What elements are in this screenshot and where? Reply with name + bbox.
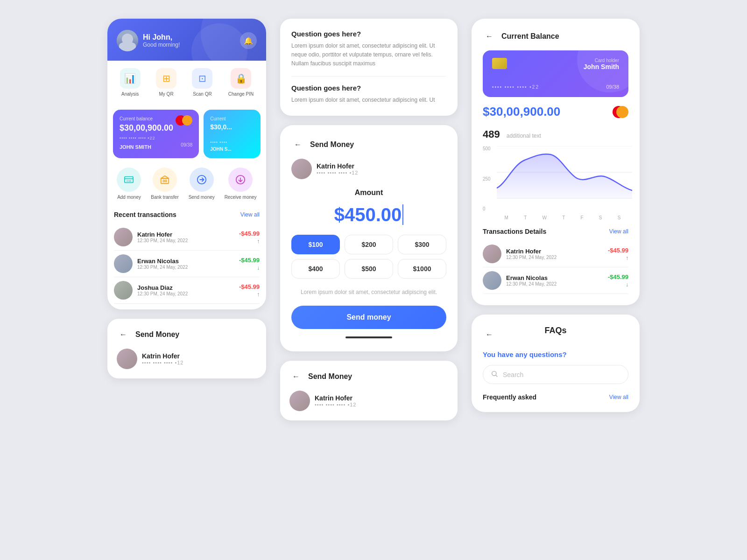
faqs-bottom-card: ← FAQs You have any questions? Search Fr…: [472, 315, 640, 412]
balance-card-number: •••• •••• •••• •22: [120, 136, 192, 140]
svg-point-9: [492, 371, 496, 376]
svg-rect-3: [165, 180, 167, 182]
myqr-icon: ⊞: [156, 68, 176, 89]
chart-y-500: 500: [483, 146, 491, 151]
amount-label: Amount: [291, 189, 446, 197]
preset-500[interactable]: $500: [345, 259, 393, 279]
detail-txn-amount-2: -$45.99: [608, 273, 628, 280]
current-balance-card: ← Current Balance Card holder John Smith…: [472, 19, 640, 305]
send-money-small-back[interactable]: ←: [117, 328, 130, 341]
mastercard-logo: [176, 115, 192, 127]
balance-amount: $30,00,900.00: [120, 123, 173, 133]
faqs-back-btn[interactable]: ←: [483, 328, 496, 341]
card-holder-name: John Smith: [584, 63, 619, 70]
svg-rect-1: [161, 178, 169, 183]
notification-button[interactable]: 🔔: [240, 32, 257, 49]
send-money-large-back[interactable]: ←: [291, 138, 304, 151]
chart-x-s2: S: [618, 215, 621, 220]
preset-300[interactable]: $300: [398, 235, 446, 254]
qa-changepin[interactable]: 🔒 Change PIN: [228, 68, 254, 97]
search-box[interactable]: Search: [483, 365, 628, 384]
send-money-button[interactable]: Send money: [291, 306, 446, 329]
txn-item: Erwan Nicolas 12:30 PM, 24 May, 2022 -$4…: [114, 251, 260, 277]
svg-rect-2: [163, 180, 164, 182]
user-avatar: [117, 30, 138, 51]
send-money-large-card: ← Send Money Katrin Hofer •••• •••• ••••…: [280, 125, 458, 351]
mastercard-logo-main: [613, 106, 628, 120]
preset-1000[interactable]: $1000: [398, 259, 446, 279]
credit-card-visual: Card holder John Smith •••• •••• •••• •2…: [483, 50, 628, 97]
send-money-small-card: ← Send Money Katrin Hofer •••• •••• ••••…: [107, 319, 266, 378]
balance-name2: JOHN S...: [210, 147, 254, 152]
txn-name-3: Joshua Diaz: [137, 284, 234, 291]
svc-send-money[interactable]: Send money: [189, 168, 215, 200]
quick-actions-row: 📊 Analysis ⊞ My QR ⊡ Scan QR 🔒 Change PI…: [107, 61, 266, 104]
faq-question-2: Question goes here?: [291, 84, 446, 92]
send-money-bottom-card: ← Send Money Katrin Hofer •••• •••• ••••…: [280, 361, 458, 420]
detail-txn-amount-1: -$45.99: [608, 247, 628, 254]
svc-receive-money[interactable]: Receive money: [225, 168, 257, 200]
app-header: Hi John, Good morning! 🔔: [107, 19, 266, 61]
recipient-card-small: •••• •••• •••• •12: [142, 360, 183, 365]
faqs-subtitle: You have any questions?: [483, 350, 628, 358]
balance-label2: Current: [210, 116, 254, 121]
search-placeholder: Search: [503, 371, 523, 378]
detail-txn-item-1: Katrin Hofer 12:30 PM, 24 May, 2022 -$45…: [483, 241, 628, 267]
svc-bank-transfer[interactable]: Bank transfer: [151, 168, 178, 200]
detail-txn-arrow-1: ↑: [608, 255, 628, 261]
qa-analysis[interactable]: 📊 Analysis: [120, 68, 141, 97]
faqs-view-all[interactable]: View all: [609, 394, 628, 400]
card-chip: [492, 58, 507, 69]
svc-add-money-label: Add money: [117, 195, 141, 200]
balance-card-secondary[interactable]: Current $30,0... •••• •••• JOHN S...: [204, 110, 261, 158]
add-money-icon: [117, 168, 141, 192]
recent-txn-view-all[interactable]: View all: [240, 211, 260, 218]
recipient-name-bottom: Katrin Hofer: [315, 394, 356, 402]
svc-add-money[interactable]: Add money: [117, 168, 141, 200]
balance-card-expiry: 09/38: [181, 142, 192, 150]
txn-date-1: 12:30 PM, 24 May, 2022: [137, 238, 234, 243]
analysis-icon: 📊: [120, 68, 141, 89]
svc-send-money-label: Send money: [189, 195, 215, 200]
send-money-bottom-back[interactable]: ←: [289, 370, 303, 383]
balance-label: Current balance: [120, 116, 173, 121]
bottom-pill: [345, 336, 392, 338]
txn-details-view-all[interactable]: View all: [609, 228, 628, 235]
balance-card-primary[interactable]: Current balance $30,00,900.00 •••• •••• …: [113, 110, 199, 158]
qa-scanqr-label: Scan QR: [193, 91, 212, 97]
chart-y-250: 250: [483, 176, 491, 182]
current-balance-back[interactable]: ←: [483, 30, 496, 43]
preset-100[interactable]: $100: [291, 235, 340, 254]
chart-y-0: 0: [483, 206, 491, 211]
txn-amount-2: -$45.99: [239, 257, 260, 264]
detail-avatar-1: [483, 245, 501, 263]
send-money-note: Lorem ipsum dolor sit amet, consectetur …: [291, 288, 446, 296]
bank-transfer-icon: [153, 168, 177, 192]
detail-txn-arrow-2: ↓: [608, 281, 628, 288]
receive-money-icon: [228, 168, 253, 192]
txn-details-section: Transactions Details View all Katrin Hof…: [483, 228, 628, 294]
freq-asked-header: Frequently asked View all: [483, 393, 628, 401]
send-money-small-title: Send Money: [135, 330, 179, 339]
preset-200[interactable]: $200: [345, 235, 393, 254]
user-greeting-sub: Good morning!: [143, 42, 180, 48]
txn-avatar-3: [114, 281, 133, 300]
search-icon: [491, 370, 498, 379]
recipient-avatar-bottom: [289, 391, 310, 411]
balance-card-number2: •••• ••••: [210, 140, 254, 145]
svc-receive-money-label: Receive money: [225, 195, 257, 200]
amount-cursor: [402, 204, 403, 225]
svc-bank-transfer-label: Bank transfer: [151, 195, 178, 200]
current-balance-title: Current Balance: [501, 32, 559, 41]
txn-name-1: Katrin Hofer: [137, 231, 234, 238]
recipient-avatar-large: [291, 159, 312, 179]
txn-date-3: 12:30 PM, 24 May, 2022: [137, 291, 234, 296]
qa-scanqr[interactable]: ⊡ Scan QR: [192, 68, 212, 97]
txn-arrow-2: ↓: [239, 265, 260, 271]
txn-item: Joshua Diaz 12:30 PM, 24 May, 2022 -$45.…: [114, 277, 260, 304]
chart-container: [497, 146, 628, 213]
preset-400[interactable]: $400: [291, 259, 340, 279]
freq-asked-title: Frequently asked: [483, 393, 536, 401]
recipient-avatar-small: [117, 349, 137, 369]
qa-myqr[interactable]: ⊞ My QR: [156, 68, 176, 97]
